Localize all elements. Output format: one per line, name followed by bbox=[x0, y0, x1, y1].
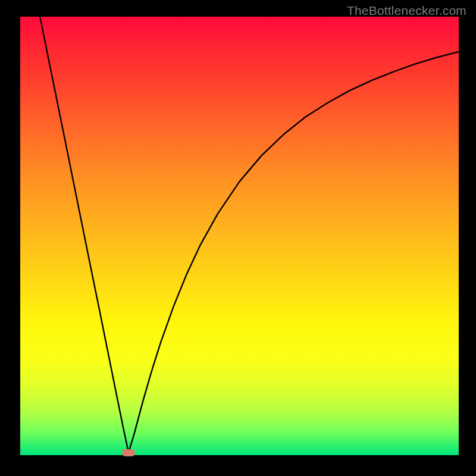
plot-area bbox=[20, 17, 459, 455]
optimal-marker bbox=[122, 449, 135, 456]
curve-path bbox=[40, 17, 459, 453]
attribution-text: TheBottlenecker.com bbox=[347, 4, 466, 18]
bottleneck-curve bbox=[20, 17, 459, 455]
chart-frame: TheBottlenecker.com bbox=[0, 0, 476, 476]
